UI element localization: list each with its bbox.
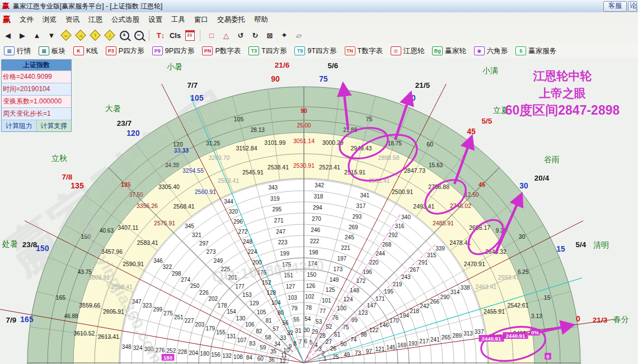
calc-support-button[interactable]: 计算支撑 bbox=[37, 120, 72, 131]
calc-resistance-button[interactable]: 计算阻力 bbox=[2, 120, 37, 131]
svg-text:194: 194 bbox=[400, 313, 409, 319]
svg-text:32: 32 bbox=[287, 330, 294, 336]
svg-text:170: 170 bbox=[390, 318, 399, 324]
forum-button[interactable]: 论坛 bbox=[628, 1, 637, 12]
svg-text:180: 180 bbox=[200, 351, 209, 357]
svg-text:99: 99 bbox=[351, 317, 358, 323]
svg-text:193: 193 bbox=[409, 341, 418, 347]
diamond-up-icon[interactable]: ↑ bbox=[88, 29, 102, 42]
svg-text:339: 339 bbox=[435, 245, 445, 252]
diamond-right-icon[interactable]: → bbox=[74, 29, 87, 42]
square-tool-icon[interactable]: □ bbox=[205, 29, 218, 42]
menu-item-6[interactable]: 工具 bbox=[167, 13, 190, 26]
svg-text:247: 247 bbox=[276, 229, 285, 235]
calendar-icon[interactable]: 21 bbox=[183, 29, 196, 42]
rotate-ccw-icon[interactable]: ↺ bbox=[234, 29, 247, 42]
title-bar: 赢 赢家江恩专业版[赢家服务平台] - [上证指数 江恩轮] 客服 论坛 bbox=[0, 0, 638, 13]
menu-item-0[interactable]: 文件 bbox=[15, 13, 38, 26]
svg-text:59: 59 bbox=[260, 344, 266, 351]
svg-text:75: 75 bbox=[366, 116, 373, 122]
toolbar-separator bbox=[149, 30, 149, 41]
9P四方形-icon: P9 bbox=[152, 46, 163, 55]
arrow-down-icon[interactable]: ▼ bbox=[45, 29, 58, 42]
svg-text:177: 177 bbox=[235, 283, 245, 290]
svg-text:152: 152 bbox=[262, 280, 271, 286]
tab-K线[interactable]: KK线 bbox=[69, 45, 102, 57]
svg-text:204: 204 bbox=[189, 350, 198, 356]
menu-item-9[interactable]: 帮助 bbox=[250, 13, 273, 26]
svg-text:348: 348 bbox=[122, 344, 132, 350]
close-box-icon[interactable]: ⊠ bbox=[263, 29, 276, 42]
menu-item-2[interactable]: 资讯 bbox=[61, 13, 84, 26]
svg-text:289: 289 bbox=[452, 333, 462, 339]
rotate-cw-icon[interactable]: ↻ bbox=[248, 29, 262, 42]
svg-text:79: 79 bbox=[291, 305, 298, 311]
zoom-out-icon[interactable]: − bbox=[132, 29, 146, 42]
tab-T数字表[interactable]: TNT数字表 bbox=[341, 45, 387, 57]
tab-P数字表[interactable]: PNP数字表 bbox=[198, 45, 245, 57]
svg-text:2515.91: 2515.91 bbox=[344, 169, 365, 176]
menu-item-5[interactable]: 设置 bbox=[144, 13, 167, 26]
tab-P四方形[interactable]: P3P四方形 bbox=[102, 45, 148, 57]
svg-text:315: 315 bbox=[427, 252, 437, 258]
svg-text:126: 126 bbox=[306, 283, 316, 289]
menu-item-1[interactable]: 浏览 bbox=[38, 13, 61, 26]
svg-text:227: 227 bbox=[185, 318, 194, 324]
tab-江恩轮[interactable]: ◎江恩轮 bbox=[387, 45, 429, 57]
svg-text:3407.11: 3407.11 bbox=[118, 224, 138, 231]
svg-text:56: 56 bbox=[282, 320, 289, 326]
triangle-tool-icon[interactable]: △ bbox=[219, 29, 233, 42]
tab-赢家轮[interactable]: Bg赢家轮 bbox=[428, 45, 470, 57]
window-title: 赢家江恩专业版[赢家服务平台] - [上证指数 江恩轮] bbox=[13, 2, 162, 11]
diamond-down-icon[interactable]: ↓ bbox=[103, 29, 116, 42]
svg-text:4: 4 bbox=[315, 342, 318, 348]
menu-item-3[interactable]: 江恩 bbox=[84, 13, 107, 26]
svg-text:20/4: 20/4 bbox=[534, 174, 550, 182]
customer-service-button[interactable]: 客服 bbox=[603, 1, 627, 12]
arrow-up-icon[interactable]: ▲ bbox=[30, 29, 44, 42]
zoom-in-icon[interactable]: + bbox=[118, 29, 131, 42]
svg-text:337: 337 bbox=[475, 329, 484, 335]
svg-text:169: 169 bbox=[397, 342, 407, 348]
menu-item-7[interactable]: 窗口 bbox=[190, 13, 213, 26]
eraser-icon[interactable]: ▱ bbox=[292, 29, 306, 42]
tab-9P四方形[interactable]: P99P四方形 bbox=[148, 45, 199, 57]
svg-text:121: 121 bbox=[376, 346, 385, 352]
center-target-icon[interactable]: ⌖ bbox=[278, 29, 291, 42]
tab-9T四方形[interactable]: T99T四方形 bbox=[290, 45, 340, 57]
cls-icon[interactable]: Cls bbox=[168, 29, 182, 42]
tab-行情[interactable]: ▦行情 bbox=[0, 45, 35, 57]
tab-板块[interactable]: ▩板块 bbox=[35, 45, 69, 57]
svg-text:317: 317 bbox=[356, 203, 366, 209]
svg-text:266: 266 bbox=[430, 299, 439, 305]
svg-text:73: 73 bbox=[355, 350, 362, 356]
svg-text:27: 27 bbox=[326, 339, 332, 345]
svg-text:3.13: 3.13 bbox=[531, 313, 542, 319]
svg-text:292: 292 bbox=[388, 232, 398, 238]
coefficient-row: 变换系数=1.000000 bbox=[2, 95, 71, 107]
tab-六角形[interactable]: ◉六角形 bbox=[470, 45, 512, 57]
svg-text:2593.47: 2593.47 bbox=[498, 274, 519, 281]
svg-text:90: 90 bbox=[271, 74, 280, 83]
svg-text:43.75: 43.75 bbox=[78, 269, 92, 275]
menu-item-8[interactable]: 交易委托 bbox=[213, 13, 250, 26]
menu-item-4[interactable]: 公式选股 bbox=[107, 13, 144, 26]
svg-text:45: 45 bbox=[467, 127, 476, 136]
svg-text:101: 101 bbox=[322, 297, 331, 304]
diamond-left-icon[interactable]: ← bbox=[59, 29, 73, 42]
svg-text:83: 83 bbox=[249, 341, 256, 347]
panel-buttons: 计算阻力 计算支撑 bbox=[2, 120, 71, 131]
time-row: 时间=20190104 bbox=[2, 83, 71, 95]
t-updown-icon[interactable]: T↕ bbox=[154, 29, 167, 42]
svg-text:294: 294 bbox=[313, 205, 322, 211]
arrow-right-icon[interactable]: ▶ bbox=[16, 29, 29, 42]
T四方形-icon: T3 bbox=[248, 46, 259, 55]
svg-text:15: 15 bbox=[544, 294, 551, 301]
svg-text:220: 220 bbox=[369, 259, 379, 266]
svg-text:338: 338 bbox=[461, 285, 470, 291]
svg-text:2: 2 bbox=[322, 351, 325, 357]
svg-text:2898.58: 2898.58 bbox=[378, 154, 400, 161]
tab-赢家服务[interactable]: $赢家服务 bbox=[512, 45, 560, 57]
tab-T四方形[interactable]: T3T四方形 bbox=[245, 45, 290, 57]
arrow-left-icon[interactable]: ◀ bbox=[1, 29, 15, 42]
